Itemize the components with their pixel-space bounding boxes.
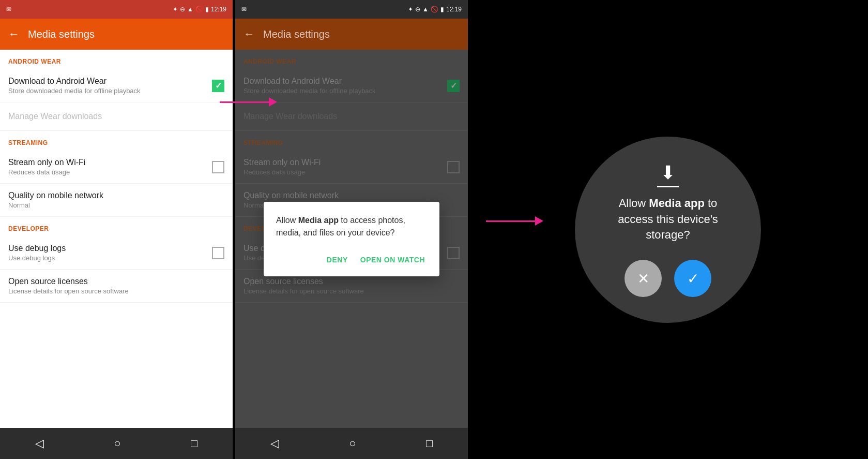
phone-screen-1: ✉ ✦ ⊖ ▲ 🚫 ▮ 12:19 ← Media settings ANDRO…	[0, 0, 233, 459]
watch-deny-icon: ✕	[637, 270, 649, 287]
setting-title-open-source-1: Open source licenses	[8, 277, 129, 286]
bluetooth-icon-2: ✦	[408, 6, 413, 13]
battery-icon: ▮	[205, 6, 209, 13]
signal-slash-icon-2: 🚫	[431, 6, 438, 13]
phone-screen-2: ✉ ✦ ⊖ ▲ 🚫 ▮ 12:19 ← Media settings ANDRO…	[235, 0, 468, 459]
setting-debug-logs-1[interactable]: Use debug logs Use debug logs	[0, 236, 233, 270]
setting-subtitle-stream-wifi-1: Reduces data usage	[8, 168, 85, 176]
setting-title-quality-1: Quality on mobile network	[8, 191, 103, 200]
watch-download-indicator: ⬇	[657, 162, 679, 187]
setting-subtitle-debug-1: Use debug logs	[8, 254, 66, 262]
checkbox-download-wear-1[interactable]: ✓	[212, 80, 224, 92]
nav-home-1[interactable]: ○	[114, 437, 120, 450]
dialog-actions: DENY OPEN ON WATCH	[276, 251, 427, 268]
battery-icon-2: ▮	[440, 6, 444, 13]
nav-back-1[interactable]: ◁	[35, 437, 44, 450]
nav-home-2[interactable]: ○	[349, 437, 356, 450]
signal-icon-2: ▲	[422, 6, 429, 13]
section-header-streaming-1: STREAMING	[0, 131, 233, 151]
arrow-1	[220, 97, 277, 107]
dialog-text: Allow Media app to access photos, media,…	[276, 214, 427, 239]
status-bar-left-2: ✉	[241, 6, 247, 13]
minus-circle-icon: ⊖	[180, 6, 185, 13]
setting-subtitle-open-source-1: License details for open source software	[8, 287, 129, 295]
app-bar-title-2: Media settings	[263, 28, 330, 40]
dialog-confirm-button[interactable]: OPEN ON WATCH	[358, 251, 427, 268]
nav-recent-2[interactable]: □	[426, 437, 433, 450]
setting-title-download-wear-1: Download to Android Wear	[8, 77, 141, 86]
watch-circle: ⬇ Allow Media app toaccess this device's…	[575, 137, 761, 323]
watch-allow-icon: ✓	[687, 270, 699, 287]
bottom-nav-2: ◁ ○ □	[235, 428, 468, 459]
section-header-android-wear-1: ANDROID WEAR	[0, 50, 233, 69]
watch-allow-button[interactable]: ✓	[674, 260, 711, 297]
setting-download-to-wear-1[interactable]: Download to Android Wear Store downloade…	[0, 69, 233, 102]
status-bar-left-icons: ✉	[6, 6, 11, 13]
watch-prompt-text: Allow Media app toaccess this device'sst…	[605, 196, 730, 243]
dialog-app-name: Media app	[298, 216, 339, 225]
status-bar-right-2: ✦ ⊖ ▲ 🚫 ▮ 12:19	[408, 6, 462, 13]
arrow-tip-1	[269, 97, 277, 107]
mail-icon-2: ✉	[241, 6, 247, 13]
mail-icon: ✉	[6, 6, 11, 13]
back-button-1[interactable]: ←	[8, 27, 20, 41]
dialog-deny-button[interactable]: DENY	[325, 251, 350, 268]
setting-subtitle-quality-1: Normal	[8, 201, 103, 209]
checkbox-debug-1[interactable]	[212, 247, 224, 259]
status-bar-2: ✉ ✦ ⊖ ▲ 🚫 ▮ 12:19	[235, 0, 468, 19]
signal-icon: ▲	[187, 6, 193, 13]
nav-recent-1[interactable]: □	[191, 437, 197, 450]
arrow-tip-2	[535, 216, 543, 226]
watch-download-line	[657, 186, 679, 187]
bottom-nav-1: ◁ ○ □	[0, 428, 233, 459]
arrow-shaft-1	[220, 101, 269, 103]
signal-slash-icon: 🚫	[195, 6, 203, 13]
manage-wear-text-1: Manage Wear downloads	[8, 112, 102, 121]
watch-buttons: ✕ ✓	[625, 260, 711, 297]
app-bar-2: ← Media settings	[235, 19, 468, 50]
settings-content-1: ANDROID WEAR Download to Android Wear St…	[0, 50, 233, 428]
watch-section: ⬇ Allow Media app toaccess this device's…	[468, 0, 868, 459]
minus-circle-icon-2: ⊖	[415, 6, 420, 13]
bluetooth-icon: ✦	[173, 6, 178, 13]
checkbox-check-icon-1: ✓	[215, 81, 222, 91]
checkbox-stream-wifi-1[interactable]	[212, 161, 224, 173]
setting-quality-mobile-1[interactable]: Quality on mobile network Normal	[0, 184, 233, 217]
nav-back-2[interactable]: ◁	[270, 437, 279, 450]
app-bar-title-1: Media settings	[28, 28, 95, 40]
setting-title-stream-wifi-1: Stream only on Wi-Fi	[8, 158, 85, 167]
status-bar-right: ✦ ⊖ ▲ 🚫 ▮ 12:19	[173, 6, 226, 13]
permission-dialog: Allow Media app to access photos, media,…	[264, 202, 439, 276]
watch-deny-button[interactable]: ✕	[625, 260, 662, 297]
setting-subtitle-download-wear-1: Store downloaded media for offline playb…	[8, 87, 141, 95]
manage-wear-downloads-1[interactable]: Manage Wear downloads	[0, 102, 233, 131]
setting-open-source-1[interactable]: Open source licenses License details for…	[0, 270, 233, 303]
section-header-developer-1: DEVELOPER	[0, 217, 233, 236]
app-bar-1: ← Media settings	[0, 19, 233, 50]
watch-download-icon: ⬇	[660, 162, 676, 184]
setting-title-debug-1: Use debug logs	[8, 244, 66, 253]
arrow-shaft-2	[486, 220, 535, 222]
arrow-2	[486, 216, 543, 226]
status-time-1: 12:19	[211, 6, 226, 13]
setting-stream-wifi-1[interactable]: Stream only on Wi-Fi Reduces data usage	[0, 151, 233, 184]
back-button-2[interactable]: ←	[243, 27, 255, 41]
status-time-2: 12:19	[446, 6, 462, 13]
watch-app-name: Media app	[649, 197, 705, 210]
status-bar-1: ✉ ✦ ⊖ ▲ 🚫 ▮ 12:19	[0, 0, 233, 19]
